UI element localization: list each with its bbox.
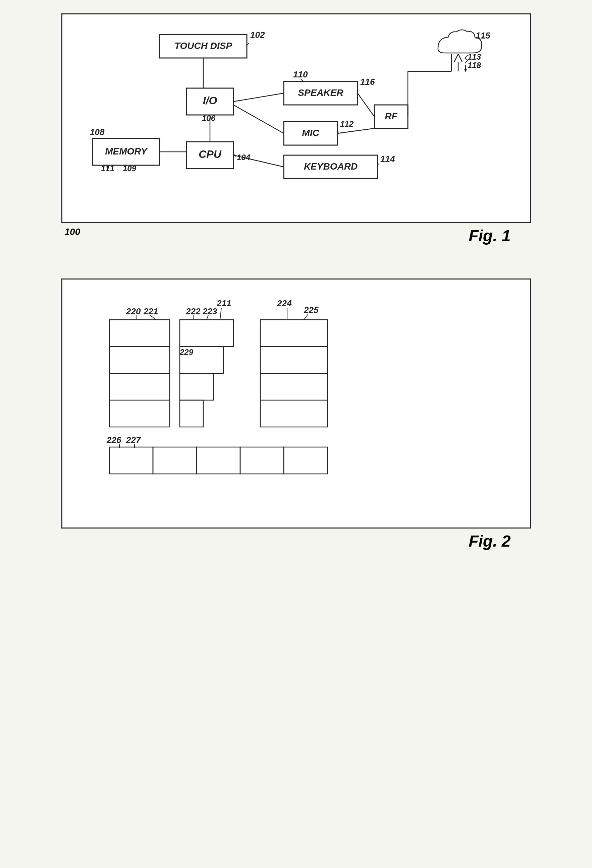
ref-108: 108 bbox=[90, 127, 105, 137]
ref-221-label: 221 bbox=[143, 306, 158, 316]
fig1-svg: TOUCH DISP 102 I/O 106 CPU 104 MEMORY bbox=[83, 28, 512, 202]
fig2-footer: Fig. 2 bbox=[61, 532, 531, 550]
svg-line-30 bbox=[337, 128, 374, 133]
ref-102: 102 bbox=[250, 30, 265, 40]
page-container: TOUCH DISP 102 I/O 106 CPU 104 MEMORY bbox=[20, 13, 572, 550]
ref-109: 109 bbox=[123, 164, 136, 173]
svg-rect-39 bbox=[180, 373, 213, 400]
fig2-title: Fig. 2 bbox=[469, 532, 511, 550]
memory-label: MEMORY bbox=[105, 146, 148, 156]
fig1-title: Fig. 1 bbox=[469, 227, 511, 245]
ref-222-label: 222 bbox=[185, 306, 201, 316]
io-label: I/O bbox=[203, 94, 217, 106]
touch-disp-label: TOUCH DISP bbox=[174, 41, 232, 51]
svg-line-27 bbox=[234, 105, 284, 133]
ref-115: 115 bbox=[476, 31, 490, 41]
svg-rect-52 bbox=[197, 447, 240, 474]
ref-114: 114 bbox=[380, 154, 395, 164]
svg-line-18 bbox=[454, 54, 458, 62]
ref-110: 110 bbox=[293, 69, 308, 80]
ref-220-label: 220 bbox=[126, 306, 141, 316]
figure-2-section: 220 221 222 211 bbox=[20, 279, 572, 550]
ref-229-label: 229 bbox=[179, 347, 194, 357]
svg-line-19 bbox=[458, 54, 462, 62]
speaker-label: SPEAKER bbox=[298, 87, 343, 98]
fig2-outer-box: 220 221 222 211 bbox=[61, 279, 531, 528]
cpu-label: CPU bbox=[198, 148, 221, 160]
svg-rect-37 bbox=[180, 320, 234, 347]
ref-211-label: 211 bbox=[216, 298, 231, 309]
fig1-ref-100: 100 bbox=[65, 227, 80, 237]
ref-227-label: 227 bbox=[126, 435, 141, 445]
ref-112: 112 bbox=[340, 119, 354, 128]
keyboard-label: KEYBOARD bbox=[303, 161, 357, 171]
svg-line-29 bbox=[358, 93, 374, 117]
ref-118: 118 bbox=[468, 61, 481, 70]
svg-rect-40 bbox=[180, 400, 203, 427]
svg-marker-22 bbox=[464, 69, 467, 72]
fig1-outer-box: TOUCH DISP 102 I/O 106 CPU 104 MEMORY bbox=[61, 13, 531, 223]
svg-rect-51 bbox=[153, 447, 197, 474]
figure-1-section: TOUCH DISP 102 I/O 106 CPU 104 MEMORY bbox=[20, 13, 572, 245]
svg-line-42 bbox=[220, 308, 221, 320]
svg-rect-53 bbox=[240, 447, 284, 474]
cloud-shape bbox=[438, 30, 481, 53]
svg-line-49 bbox=[304, 314, 308, 320]
ref-225-label: 225 bbox=[303, 305, 319, 315]
svg-rect-50 bbox=[110, 447, 153, 474]
fig1-footer: 100 Fig. 1 bbox=[61, 227, 531, 245]
ref-223-label: 223 bbox=[202, 306, 218, 316]
svg-rect-54 bbox=[284, 447, 327, 474]
ref-113: 113 bbox=[468, 52, 481, 61]
ref-106: 106 bbox=[202, 114, 216, 123]
ref-226-label: 226 bbox=[106, 435, 121, 445]
ref-224-label: 224 bbox=[277, 298, 292, 309]
svg-line-26 bbox=[234, 93, 284, 102]
mic-label: MIC bbox=[302, 128, 319, 138]
rf-label: RF bbox=[385, 111, 397, 121]
fig2-svg: 220 221 222 211 bbox=[83, 293, 512, 508]
ref-116: 116 bbox=[360, 77, 375, 87]
